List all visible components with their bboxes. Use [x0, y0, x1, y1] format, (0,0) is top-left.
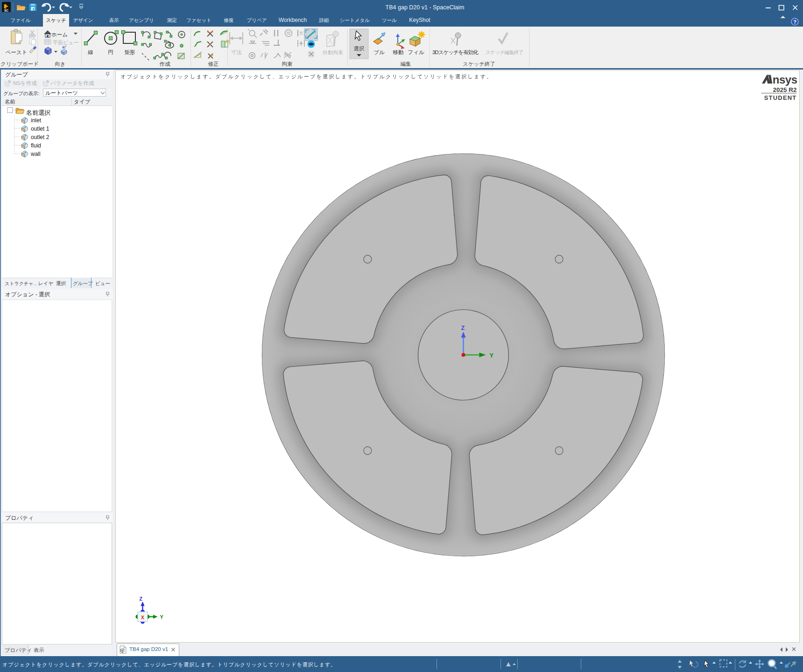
- svg-text:?: ?: [793, 19, 796, 25]
- svg-text:Y: Y: [160, 614, 164, 620]
- svg-text:Z: Z: [461, 324, 465, 331]
- svg-text:SC: SC: [4, 9, 8, 12]
- svg-text:Z: Z: [139, 596, 142, 602]
- svg-text:2025 R2: 2025 R2: [773, 86, 796, 93]
- svg-text:X: X: [141, 615, 145, 620]
- svg-text:TB4 gap D20 v1 - SpaceClaim: TB4 gap D20 v1 - SpaceClaim: [386, 4, 465, 11]
- svg-text:nsys: nsys: [773, 73, 797, 86]
- svg-text:STUDENT: STUDENT: [764, 94, 797, 101]
- svg-text:Y: Y: [490, 352, 494, 359]
